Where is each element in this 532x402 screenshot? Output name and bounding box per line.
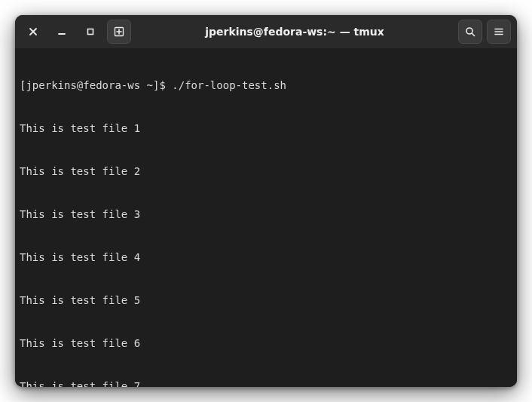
terminal-window: jperkins@fedora-ws:~ — tmux [jperkins@fe… [15,15,517,387]
maximize-icon [86,27,95,36]
terminal-output-line: This is test file 1 [20,121,512,136]
titlebar: jperkins@fedora-ws:~ — tmux [15,15,517,48]
hamburger-icon [494,26,504,37]
minimize-icon [57,27,66,36]
search-button[interactable] [458,20,482,44]
search-icon [465,26,475,37]
terminal-output-line: This is test file 3 [20,207,512,222]
terminal-output-line: This is test file 2 [20,164,512,179]
window-title: jperkins@fedora-ws:~ — tmux [136,26,454,38]
command-text: ./for-loop-test.sh [172,79,286,91]
minimize-button[interactable] [50,20,74,44]
terminal-output-line: This is test file 7 [20,379,512,387]
terminal-content: [jperkins@fedora-ws ~]$ ./for-loop-test.… [20,50,512,387]
maximize-button[interactable] [78,20,102,44]
terminal-line-command: [jperkins@fedora-ws ~]$ ./for-loop-test.… [20,78,512,93]
terminal-area[interactable]: [jperkins@fedora-ws ~]$ ./for-loop-test.… [15,48,517,387]
prompt: [jperkins@fedora-ws ~]$ [20,79,172,91]
menu-button[interactable] [487,20,511,44]
close-button[interactable] [21,20,45,44]
new-tab-icon [114,26,124,37]
terminal-output-line: This is test file 6 [20,336,512,351]
new-tab-button[interactable] [107,20,131,44]
svg-rect-0 [88,29,93,35]
terminal-output-line: This is test file 5 [20,293,512,308]
close-icon [29,27,38,36]
terminal-output-line: This is test file 4 [20,250,512,265]
